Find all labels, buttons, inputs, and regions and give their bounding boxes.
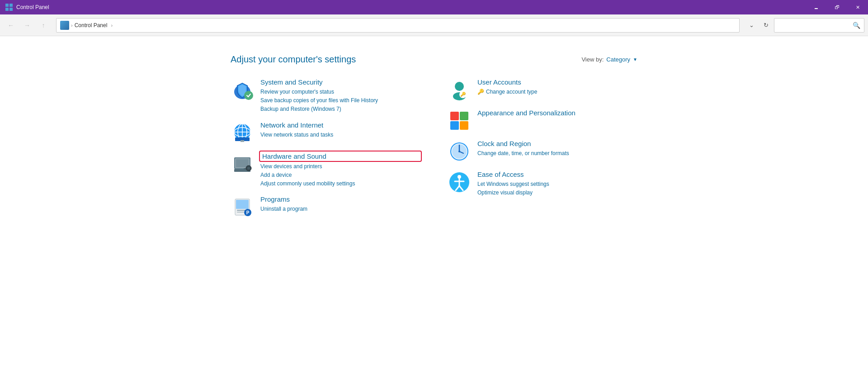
address-dropdown-button[interactable]: ⌄ (745, 19, 758, 32)
search-box[interactable]: 🔍 (774, 18, 864, 33)
category-ease-access: Ease of Access Let Windows suggest setti… (448, 170, 637, 197)
hardware-sound-link-2[interactable]: Add a device (260, 171, 420, 180)
user-accounts-content: User Accounts 🔑 Change account type (477, 78, 637, 96)
minimize-button[interactable]: 🗕 (806, 0, 826, 14)
category-network-internet: Network and Internet View network status… (231, 121, 420, 145)
svg-rect-35 (460, 121, 468, 130)
right-column: 🔑 User Accounts 🔑 Change account type (448, 78, 637, 226)
close-button[interactable]: ✕ (847, 0, 868, 14)
user-accounts-svg: 🔑 (448, 79, 470, 101)
search-input[interactable] (778, 22, 853, 28)
system-security-link-2[interactable]: Save backup copies of your files with Fi… (260, 96, 420, 105)
network-internet-link-1[interactable]: View network status and tasks (260, 131, 420, 139)
svg-rect-1 (9, 4, 13, 7)
ease-access-link-1[interactable]: Let Windows suggest settings (477, 180, 637, 189)
clock-region-content: Clock and Region Change date, time, or n… (477, 140, 637, 158)
titlebar: Control Panel 🗕 🗗 ✕ (0, 0, 868, 14)
programs-link-1[interactable]: Uninstall a program (260, 205, 420, 213)
left-column: System and Security Review your computer… (231, 78, 420, 226)
category-clock-region: Clock and Region Change date, time, or n… (448, 140, 637, 163)
svg-rect-34 (450, 121, 459, 130)
ease-access-title[interactable]: Ease of Access (477, 170, 637, 178)
programs-icon: P (231, 195, 254, 219)
svg-rect-23 (236, 200, 249, 209)
svg-rect-2 (5, 8, 9, 11)
svg-rect-12 (241, 140, 244, 142)
main-content: Adjust your computer's settings View by:… (0, 36, 868, 383)
svg-point-41 (458, 151, 460, 152)
view-by-value[interactable]: Category (606, 56, 630, 63)
programs-title[interactable]: Programs (260, 195, 420, 203)
system-security-link-3[interactable]: Backup and Restore (Windows 7) (260, 105, 420, 113)
network-svg (231, 122, 253, 144)
programs-content: Programs Uninstall a program (260, 195, 420, 213)
network-internet-content: Network and Internet View network status… (260, 121, 420, 139)
svg-rect-25 (237, 212, 244, 213)
address-icon (60, 21, 69, 30)
clock-region-title[interactable]: Clock and Region (477, 140, 637, 147)
clock-region-link-1[interactable]: Change date, time, or number formats (477, 149, 637, 158)
page-title: Adjust your computer's settings (231, 54, 356, 65)
category-user-accounts: 🔑 User Accounts 🔑 Change account type (448, 78, 637, 102)
svg-rect-3 (9, 8, 13, 11)
control-panel-icon (5, 4, 13, 11)
category-appearance: Appearance and Personalization (448, 109, 637, 132)
titlebar-controls: 🗕 🗗 ✕ (806, 0, 868, 14)
hardware-sound-link-1[interactable]: View devices and printers (260, 162, 420, 171)
network-internet-icon (231, 121, 254, 145)
ease-access-svg (448, 171, 470, 193)
appearance-icon (448, 109, 471, 132)
refresh-button[interactable]: ↻ (760, 19, 772, 32)
system-security-svg (231, 79, 253, 101)
category-hardware-sound: Hardware and Sound View devices and prin… (231, 152, 420, 189)
system-security-title[interactable]: System and Security (260, 78, 420, 86)
titlebar-left: Control Panel (5, 4, 49, 11)
change-account-icon: 🔑 (477, 88, 484, 96)
svg-rect-0 (5, 4, 9, 7)
address-separator: › (71, 23, 73, 28)
svg-point-20 (247, 167, 250, 170)
appearance-svg (448, 110, 470, 132)
address-end-chevron: › (111, 23, 113, 28)
category-system-security: System and Security Review your computer… (231, 78, 420, 114)
svg-text:🔑: 🔑 (460, 91, 466, 97)
ease-access-link-2[interactable]: Optimize visual display (477, 189, 637, 197)
hardware-sound-link-3[interactable]: Adjust commonly used mobility settings (260, 180, 420, 188)
system-security-link-1[interactable]: Review your computer's status (260, 88, 420, 96)
hardware-sound-content: Hardware and Sound View devices and prin… (260, 152, 420, 189)
programs-svg: P (231, 196, 253, 218)
titlebar-title: Control Panel (16, 4, 49, 10)
view-by-chevron-icon: ▼ (633, 57, 637, 62)
page-header: Adjust your computer's settings View by:… (231, 54, 637, 65)
svg-text:P: P (246, 210, 250, 215)
forward-button[interactable]: → (20, 18, 34, 33)
view-by-control: View by: Category ▼ (581, 56, 637, 63)
address-bar-controls: ⌄ ↻ (745, 19, 772, 32)
system-security-icon (231, 78, 254, 102)
maximize-button[interactable]: 🗗 (826, 0, 847, 14)
clock-svg (448, 141, 470, 162)
toolbar: ← → ↑ › Control Panel › ⌄ ↻ 🔍 (0, 14, 868, 36)
search-icon: 🔍 (853, 22, 860, 29)
svg-point-5 (244, 91, 253, 100)
ease-access-icon (448, 170, 471, 194)
address-bar: › Control Panel › (56, 18, 740, 33)
back-button[interactable]: ← (4, 18, 18, 33)
svg-rect-32 (450, 112, 459, 120)
hardware-sound-icon (231, 152, 254, 175)
clock-region-icon (448, 140, 471, 163)
network-internet-title[interactable]: Network and Internet (260, 121, 420, 129)
view-by-label: View by: (581, 56, 604, 63)
hardware-svg (231, 153, 253, 175)
address-text: Control Panel (75, 22, 108, 28)
user-accounts-link-1[interactable]: 🔑 Change account type (477, 88, 637, 96)
ease-access-content: Ease of Access Let Windows suggest setti… (477, 170, 637, 197)
hardware-sound-title[interactable]: Hardware and Sound (260, 152, 420, 161)
up-button[interactable]: ↑ (36, 18, 51, 33)
appearance-title[interactable]: Appearance and Personalization (477, 109, 637, 117)
categories-grid: System and Security Review your computer… (231, 78, 637, 226)
user-accounts-title[interactable]: User Accounts (477, 78, 637, 86)
content-inner: Adjust your computer's settings View by:… (231, 54, 637, 226)
svg-rect-33 (460, 112, 468, 120)
svg-point-28 (455, 82, 464, 91)
